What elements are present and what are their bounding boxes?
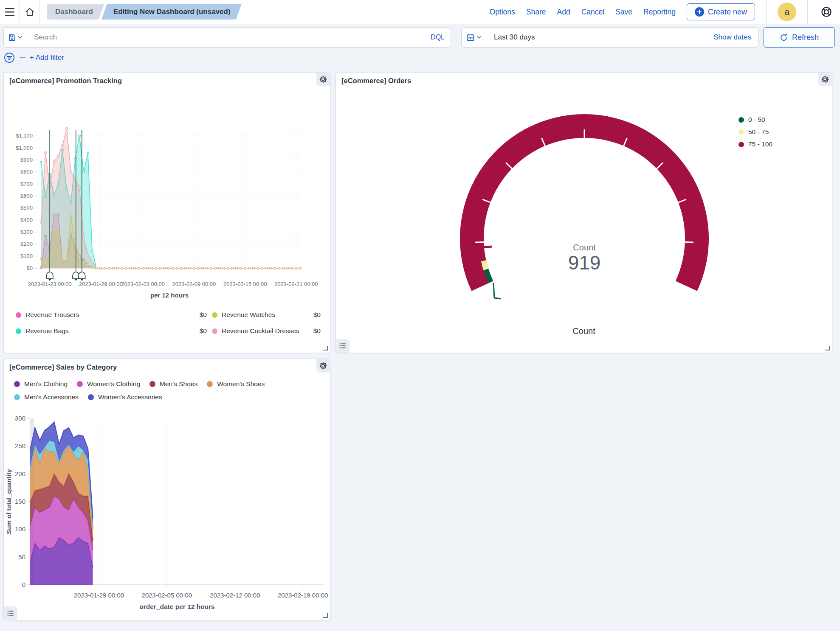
panel-title: [eCommerce] Sales by Category [9,363,117,371]
panel-sales-by-category: [eCommerce] Sales by Category Men's Clot… [3,359,330,620]
panel-title: [eCommerce] Promotion Tracking [9,77,122,85]
nav-add[interactable]: Add [557,8,570,17]
panel-data-button[interactable] [336,339,350,353]
legend-item[interactable]: Revenue Cocktail Dresses $0 [212,327,321,335]
filter-icon [4,52,15,63]
sales-legend-item[interactable]: Women's Clothing [77,380,140,388]
legend-color-dot [88,394,94,400]
svg-text:$700: $700 [20,181,33,187]
legend-color-dot [16,312,21,318]
nav-save[interactable]: Save [615,8,632,17]
legend-label: Revenue Bags [25,327,69,335]
query-language-button[interactable]: DQL [431,34,445,41]
gauge-legend-item[interactable]: 0 - 50 [739,116,772,123]
header-divider [39,0,40,24]
svg-text:$1,000: $1,000 [16,145,33,151]
chevron-down-icon [18,36,23,39]
svg-text:0: 0 [22,581,25,588]
panel-data-button[interactable] [4,606,17,620]
legend-color-dot [14,381,20,387]
legend-item[interactable]: Revenue Trousers $0 [16,311,207,319]
gauge-legend-item[interactable]: 50 - 75 [739,128,772,136]
query-bar: DQL Last 30 days Show dates Refresh [3,27,837,48]
svg-text:$500: $500 [20,205,33,211]
sales-legend-item[interactable]: Men's Accessories [14,393,79,401]
calendar-icon [466,33,475,42]
panel-settings-button[interactable] [818,73,832,86]
nav-share[interactable]: Share [526,8,546,17]
refresh-label: Refresh [792,33,819,42]
legend-color-dot [739,117,744,123]
legend-label: Men's Shoes [160,380,197,388]
legend-label: Women's Clothing [87,380,140,388]
svg-text:2023-02-21 00:00: 2023-02-21 00:00 [274,281,318,287]
legend-label: Women's Shoes [217,380,265,388]
panel-resize-handle[interactable] [825,346,830,351]
svg-text:$1,100: $1,100 [16,132,33,139]
svg-text:$300: $300 [20,229,33,235]
panel-settings-button[interactable] [316,359,330,373]
legend-value: $0 [313,327,321,335]
sales-by-category-chart: 0501001502002503002023-01-29 00:002023-0… [4,412,331,611]
filter-menu-button[interactable] [3,52,15,64]
menu-button[interactable] [0,0,20,24]
svg-text:250: 250 [15,442,25,449]
nav-reporting[interactable]: Reporting [643,8,676,17]
svg-text:order_date per 12 hours: order_date per 12 hours [139,603,214,610]
legend-color-dot [212,312,217,318]
panel-resize-handle[interactable] [323,346,328,351]
breadcrumb: Dashboard Editing New Dashboard (unsaved… [47,4,242,20]
legend-color-dot [739,129,744,135]
time-range-value[interactable]: Last 30 days [486,33,535,42]
gauge-legend-item[interactable]: 75 - 100 [739,140,772,148]
panel-settings-button[interactable] [316,73,330,86]
panel-orders: [eCommerce] Orders Count919 0 - 50 50 - … [335,72,832,353]
svg-text:2023-02-12 00:00: 2023-02-12 00:00 [210,592,260,599]
legend-color-dot [207,381,213,387]
create-new-label: Create new [708,8,747,17]
create-new-button[interactable]: Create new [687,3,755,20]
user-avatar[interactable]: a [778,3,796,21]
legend-color-dot [77,381,83,387]
add-filter-button[interactable]: + Add filter [30,53,64,62]
promotion-tracking-chart: $0$100$200$300$400$500$600$700$800$900$1… [8,123,325,306]
hamburger-icon [5,8,14,16]
breadcrumb-current-dashboard[interactable]: Editing New Dashboard (unsaved) [101,4,242,20]
legend-label: Revenue Trousers [25,311,79,319]
breadcrumb-dashboard[interactable]: Dashboard [47,4,104,20]
legend-value: $0 [200,311,207,319]
sales-legend-item[interactable]: Women's Shoes [207,380,265,388]
search-input[interactable] [34,33,431,42]
legend-label: Women's Accessories [98,393,162,401]
sales-legend-item[interactable]: Men's Clothing [14,380,68,388]
help-button[interactable] [819,0,834,24]
saved-query-menu-button[interactable] [3,27,27,48]
filter-bar: + Add filter [3,51,64,65]
svg-text:2023-02-03 00:00: 2023-02-03 00:00 [121,281,165,287]
svg-text:2023-01-29 00:00: 2023-01-29 00:00 [74,592,124,599]
svg-text:Count: Count [573,243,596,252]
refresh-button[interactable]: Refresh [764,27,835,48]
panel-resize-handle[interactable] [323,613,328,618]
svg-text:$800: $800 [20,168,33,175]
sales-legend-item[interactable]: Men's Shoes [149,380,197,388]
nav-cancel[interactable]: Cancel [581,8,604,17]
show-dates-button[interactable]: Show dates [713,33,758,42]
legend-label: Revenue Cocktail Dresses [222,327,299,335]
legend-item[interactable]: Revenue Bags $0 [16,327,207,335]
svg-text:2023-02-15 00:00: 2023-02-15 00:00 [223,281,267,287]
date-quick-select-button[interactable] [462,28,486,47]
legend-item[interactable]: Revenue Watches $0 [212,311,321,319]
date-picker-group: Last 30 days Show dates [461,27,758,48]
svg-text:300: 300 [15,415,25,422]
svg-text:2023-01-29 00:00: 2023-01-29 00:00 [79,281,123,287]
sales-legend-item[interactable]: Women's Accessories [88,393,162,401]
home-icon [25,7,35,17]
legend-color-dot [739,142,744,147]
gear-icon [821,75,829,84]
home-button[interactable] [20,0,39,24]
nav-options[interactable]: Options [490,8,515,17]
gauge-legend: 0 - 50 50 - 75 75 - 100 [739,116,772,148]
header-divider [807,0,808,24]
svg-text:Sum of total_quantity: Sum of total_quantity [5,469,12,534]
